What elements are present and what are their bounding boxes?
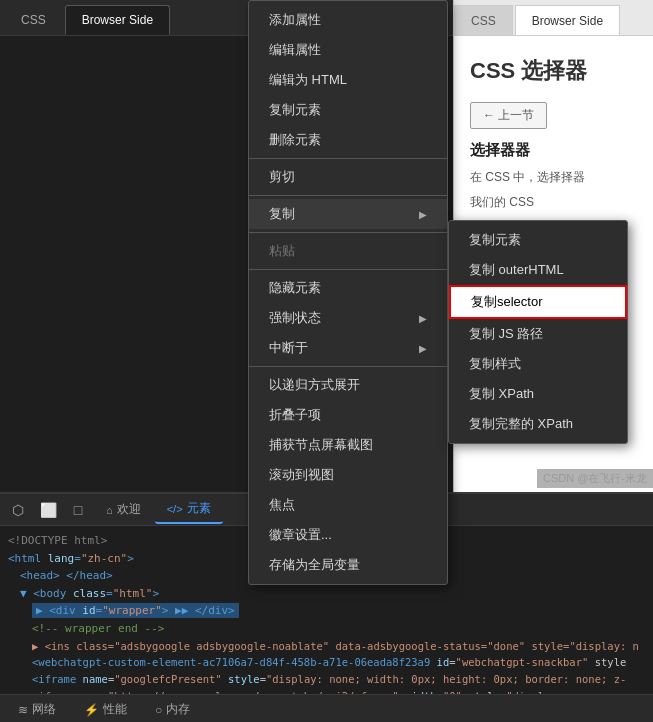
context-submenu: 复制元素 复制 outerHTML 复制selector 复制 JS 路径 复制… [448,220,628,444]
devtools-device-icon[interactable]: ⬜ [34,496,62,524]
ctx-break-at-arrow: ▶ [419,343,427,354]
ctx-add-attr[interactable]: 添加属性 [249,5,447,35]
performance-icon: ⚡ [84,703,99,717]
ctx-break-at[interactable]: 中断于 ▶ [249,333,447,363]
ctx-sub-copy-xpath[interactable]: 复制 XPath [449,379,627,409]
browser-nav-buttons: ← 上一节 [470,102,637,129]
ctx-force-state[interactable]: 强制状态 ▶ [249,303,447,333]
ctx-collapse-children[interactable]: 折叠子项 [249,400,447,430]
devtools-inspect-icon[interactable]: ⬡ [4,496,32,524]
network-icon: ≋ [18,703,28,717]
html-line-ins: ▶ <ins class="adsbygoogle adsbygoogle-no… [8,638,645,655]
ctx-separator-4 [249,269,447,270]
ctx-separator-3 [249,232,447,233]
ctx-paste: 粘贴 [249,236,447,266]
html-line-iframe2: <iframe src="https://www.google.com/reca… [8,688,645,694]
elements-icon: </> [167,503,183,515]
ctx-copy[interactable]: 复制 ▶ [249,199,447,229]
ctx-separator-2 [249,195,447,196]
ctx-force-state-arrow: ▶ [419,313,427,324]
tab-css-browser[interactable]: CSS [454,5,513,35]
ctx-focus[interactable]: 焦点 [249,490,447,520]
ctx-sub-copy-selector[interactable]: 复制selector [449,285,627,319]
browser-section-title: 选择器器 [470,141,637,160]
watermark: CSDN @在飞行-米龙 [537,469,653,488]
html-line-wrapper[interactable]: ▶ <div id="wrapper"> ▶▶ </div> [8,602,645,620]
ctx-expand-recursive[interactable]: 以递归方式展开 [249,370,447,400]
devtools-performance-tab[interactable]: ⚡ 性能 [74,699,137,720]
ctx-sub-copy-js-path[interactable]: 复制 JS 路径 [449,319,627,349]
memory-icon: ○ [155,703,162,717]
ctx-sub-copy-styles[interactable]: 复制样式 [449,349,627,379]
devtools-tab-elements[interactable]: </> 元素 [155,496,223,524]
tab-browser-side-active[interactable]: Browser Side [515,5,620,35]
devtools-network-tab[interactable]: ≋ 网络 [8,699,66,720]
html-line-comment: <!-- wrapper end --> [8,620,645,638]
ctx-cut[interactable]: 剪切 [249,162,447,192]
html-line-iframe1: <iframe name="googlefcPresent" style="di… [8,671,645,688]
browser-body-text2: 我们的 CSS [470,193,637,212]
prev-section-button[interactable]: ← 上一节 [470,102,547,129]
ctx-save-global[interactable]: 存储为全局变量 [249,550,447,580]
ctx-sub-copy-elem[interactable]: 复制元素 [449,225,627,255]
devtools-tab-welcome[interactable]: ⌂ 欢迎 [94,496,153,524]
context-menu-main: 添加属性 编辑属性 编辑为 HTML 复制元素 删除元素 剪切 复制 ▶ 粘贴 … [248,0,448,585]
ctx-edit-html[interactable]: 编辑为 HTML [249,65,447,95]
ctx-separator-5 [249,366,447,367]
tab-browser-side[interactable]: Browser Side [65,5,170,35]
ctx-copy-arrow: ▶ [419,209,427,220]
browser-page-title: CSS 选择器 [470,56,637,86]
ctx-hide-elem[interactable]: 隐藏元素 [249,273,447,303]
ctx-badge-settings[interactable]: 徽章设置... [249,520,447,550]
devtools-responsive-icon[interactable]: □ [64,496,92,524]
ctx-scroll-into-view[interactable]: 滚动到视图 [249,460,447,490]
ctx-dup-elem[interactable]: 复制元素 [249,95,447,125]
html-line-webchatgpt: <webchatgpt-custom-element-ac7106a7-d84f… [8,654,645,671]
ctx-capture-screenshot[interactable]: 捕获节点屏幕截图 [249,430,447,460]
ctx-sub-copy-full-xpath[interactable]: 复制完整的 XPath [449,409,627,439]
ctx-del-elem[interactable]: 删除元素 [249,125,447,155]
tab-css[interactable]: CSS [4,5,63,35]
devtools-bottom-tabs: ≋ 网络 ⚡ 性能 ○ 内存 [0,694,653,722]
ctx-edit-attr[interactable]: 编辑属性 [249,35,447,65]
welcome-icon: ⌂ [106,504,113,516]
ctx-separator-1 [249,158,447,159]
html-line-body: ▼ <body class="html"> [8,585,645,603]
browser-tab-strip: CSS Browser Side [454,0,653,36]
ctx-sub-copy-outer-html[interactable]: 复制 outerHTML [449,255,627,285]
devtools-memory-tab[interactable]: ○ 内存 [145,699,200,720]
browser-body-text: 在 CSS 中，选择择器 [470,168,637,187]
